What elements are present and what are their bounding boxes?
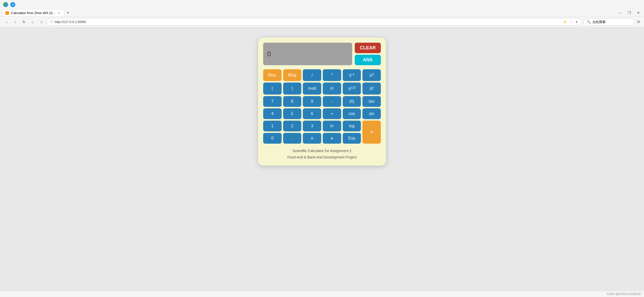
sin-button[interactable]: sin xyxy=(362,108,381,119)
status-bar: CSDN @832101116周文轩 xyxy=(0,291,644,297)
ans-button[interactable]: ANS xyxy=(355,55,381,65)
tab-favicon-icon xyxy=(5,11,9,15)
mod-button[interactable]: mod xyxy=(303,83,321,94)
close-button[interactable]: ✕ xyxy=(635,9,642,16)
address-bar[interactable]: 🛡 http://127.0.0.1:5000/ ⚡ ··· ▾ xyxy=(47,18,582,26)
close-paren-button[interactable]: ) xyxy=(283,83,302,94)
search-box[interactable]: 🔍 点此搜索 xyxy=(583,18,635,26)
seven-button[interactable]: 7 xyxy=(263,96,282,107)
exp-button[interactable]: Exp xyxy=(343,133,361,144)
blog-button[interactable]: Blog xyxy=(283,69,302,81)
ln-button[interactable]: ln xyxy=(323,121,341,131)
decimal-button[interactable]: . xyxy=(283,133,302,144)
search-placeholder: 点此搜索 xyxy=(592,20,606,24)
calculator: 0 CLEAR ANS Req. Blog / * X-1 X2 ( ) mod… xyxy=(258,38,386,166)
tab-close-button[interactable]: ✕ xyxy=(57,11,61,15)
security-shield-icon: 🛡 xyxy=(50,20,53,24)
sqrt-button[interactable]: X1/2 xyxy=(343,83,361,94)
title-bar: ✈ xyxy=(0,0,644,9)
buttons-grid: Req. Blog / * X-1 X2 ( ) mod n! X1/2 Xy … xyxy=(263,69,381,144)
clear-button[interactable]: CLEAR xyxy=(355,43,381,53)
bookmark-button[interactable]: ☆ xyxy=(38,18,45,26)
two-button[interactable]: 2 xyxy=(283,121,302,131)
log-button[interactable]: log xyxy=(343,121,361,131)
display-screen: 0 xyxy=(263,43,352,65)
abs-button[interactable]: |X| xyxy=(343,96,361,107)
refresh-button[interactable]: ↻ xyxy=(20,18,28,26)
six-button[interactable]: 6 xyxy=(303,108,321,119)
footer-line1: Scientific Calculator for Assignment 2 xyxy=(263,148,381,154)
lightning-icon[interactable]: ⚡ xyxy=(562,19,568,24)
euler-button[interactable]: e xyxy=(323,133,341,144)
nine-button[interactable]: 9 xyxy=(303,96,321,107)
three-button[interactable]: 3 xyxy=(303,121,321,131)
telegram-icon: ✈ xyxy=(10,2,15,7)
nav-bar: ‹ › ↻ ⌂ ☆ 🛡 http://127.0.0.1:5000/ ⚡ ···… xyxy=(0,16,644,27)
new-tab-button[interactable]: + xyxy=(64,9,71,16)
status-text: CSDN @832101116周文轩 xyxy=(607,292,641,295)
display-row: 0 CLEAR ANS xyxy=(263,43,381,65)
forward-button[interactable]: › xyxy=(12,18,19,26)
footer-line2: Front-end & Back-end Development Project xyxy=(263,154,381,161)
url-text: http://127.0.0.1:5000/ xyxy=(55,20,560,24)
cos-button[interactable]: cos xyxy=(343,108,361,119)
display-buttons: CLEAR ANS xyxy=(355,43,381,65)
zero-button[interactable]: 0 xyxy=(263,133,282,144)
back-button[interactable]: ‹ xyxy=(3,18,10,26)
footer-text: Scientific Calculator for Assignment 2 F… xyxy=(263,148,381,161)
equals-button[interactable]: = xyxy=(362,121,381,144)
divide-button[interactable]: / xyxy=(303,69,321,81)
multiply-button[interactable]: * xyxy=(323,69,341,81)
tab-label: Calculator from Zhou WX (S... xyxy=(11,11,55,15)
add-button[interactable]: + xyxy=(323,108,341,119)
tan-button[interactable]: tan xyxy=(362,96,381,107)
subtract-button[interactable]: - xyxy=(323,96,341,107)
five-button[interactable]: 5 xyxy=(283,108,302,119)
display-value: 0 xyxy=(267,50,271,58)
four-button[interactable]: 4 xyxy=(263,108,282,119)
tab-bar: Calculator from Zhou WX (S... ✕ + — ❐ ✕ xyxy=(0,9,644,16)
power-button[interactable]: Xy xyxy=(362,83,381,94)
minimize-button[interactable]: — xyxy=(616,9,624,16)
one-button[interactable]: 1 xyxy=(263,121,282,131)
browser-logo-icon xyxy=(3,2,8,7)
restore-button[interactable]: ❐ xyxy=(626,9,633,16)
square-button[interactable]: X2 xyxy=(362,69,381,81)
home-button[interactable]: ⌂ xyxy=(29,18,36,26)
inverse-button[interactable]: X-1 xyxy=(343,69,361,81)
browser-chrome: ✈ Calculator from Zhou WX (S... ✕ + — ❐ … xyxy=(0,0,644,27)
open-paren-button[interactable]: ( xyxy=(263,83,282,94)
more-options-button[interactable]: ··· xyxy=(569,19,574,24)
active-tab[interactable]: Calculator from Zhou WX (S... ✕ xyxy=(2,9,64,16)
page-content: 0 CLEAR ANS Req. Blog / * X-1 X2 ( ) mod… xyxy=(0,27,644,291)
search-icon: 🔍 xyxy=(587,20,591,24)
req-button[interactable]: Req. xyxy=(263,69,282,81)
factorial-button[interactable]: n! xyxy=(323,83,341,94)
pi-button[interactable]: π xyxy=(303,133,321,144)
browser-menu-button[interactable]: ≡ xyxy=(636,18,641,26)
eight-button[interactable]: 8 xyxy=(283,96,302,107)
dropdown-button[interactable]: ▾ xyxy=(575,19,579,24)
